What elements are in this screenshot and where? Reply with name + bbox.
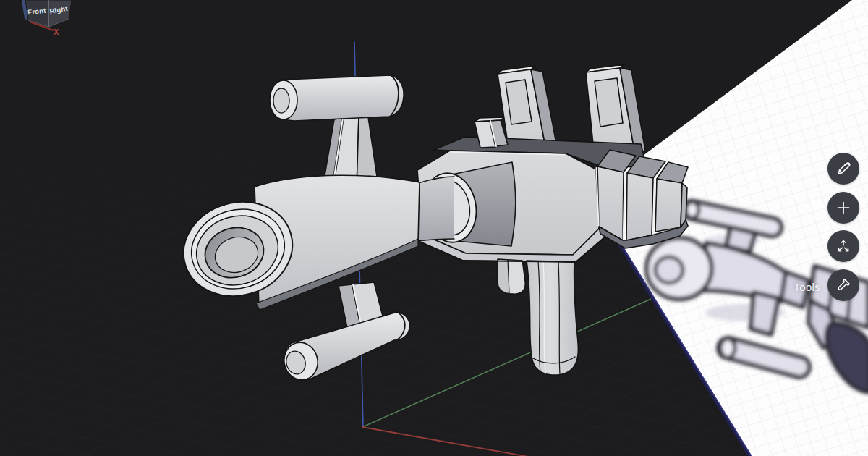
sketch-button[interactable]	[827, 153, 859, 185]
add-button[interactable]	[827, 192, 859, 224]
transform-button[interactable]	[827, 230, 859, 262]
tools-button[interactable]	[827, 269, 859, 301]
grip-body[interactable]	[527, 261, 578, 375]
tools-label: Tools	[775, 281, 820, 293]
x-axis-label: X	[54, 28, 59, 36]
rear-segments[interactable]	[597, 150, 689, 248]
pencil-icon	[835, 160, 852, 177]
app-window: Front Right X Tools	[0, 0, 868, 456]
hammer-icon	[835, 276, 852, 294]
barrel-neck[interactable]	[417, 177, 454, 241]
viewport-canvas[interactable]: Front Right X	[0, 0, 868, 456]
plus-icon	[835, 199, 852, 216]
top-fin-rod[interactable]	[270, 75, 404, 121]
move-arrows-icon	[835, 237, 852, 255]
